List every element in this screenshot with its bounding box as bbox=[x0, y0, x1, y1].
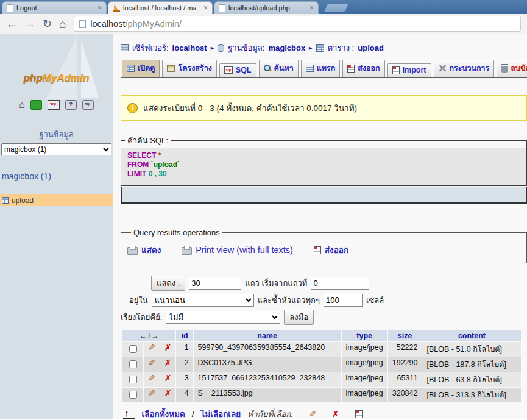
start-row-input[interactable] bbox=[311, 277, 369, 290]
browser-tab-logout[interactable]: Logout × bbox=[2, 1, 107, 14]
help-icon[interactable]: ? bbox=[65, 100, 77, 110]
pma-main: เซิร์ฟเวอร์: localhost ▸ ฐานข้อมูล: magi… bbox=[113, 34, 527, 419]
cells-label: เซลล์ bbox=[366, 294, 384, 307]
tab-insert[interactable]: แทรก bbox=[301, 60, 341, 77]
tab-close-icon[interactable]: × bbox=[309, 4, 314, 12]
repeat-headers-label: และซ้ำหัวแถวทุกๆ bbox=[258, 294, 320, 307]
tab-import[interactable]: Import bbox=[387, 63, 431, 77]
row-checkbox[interactable] bbox=[129, 391, 137, 399]
go-button[interactable]: ลงมือ bbox=[284, 310, 314, 325]
tab-close-icon[interactable]: × bbox=[203, 4, 208, 12]
sidebar-database-link[interactable]: magicbox (1) bbox=[2, 171, 113, 181]
forward-icon[interactable]: → bbox=[24, 18, 35, 29]
browser-tab-title: localhost / localhost / ma bbox=[123, 4, 200, 12]
sql-line: FROM `upload` bbox=[127, 160, 520, 169]
trash-icon bbox=[501, 66, 508, 73]
sidebar-table-upload[interactable]: upload bbox=[0, 194, 113, 206]
sql-line: SELECT * bbox=[127, 151, 520, 160]
export-link[interactable]: ส่งออก bbox=[314, 243, 348, 257]
home-icon[interactable]: ⌂ bbox=[59, 18, 66, 30]
delete-x-icon[interactable]: ✗ bbox=[164, 388, 172, 398]
cell-content: [BLOB - 187.8 กิโลไบต์] bbox=[422, 357, 521, 372]
breadcrumb-table-label: ตาราง : bbox=[328, 41, 355, 54]
cell-size: 65311 bbox=[388, 372, 422, 387]
select-all-link[interactable]: เลือกทั้งหมด bbox=[142, 407, 185, 419]
delete-x-icon[interactable]: ✗ bbox=[164, 373, 172, 383]
breadcrumb-db-value[interactable]: magicbox bbox=[268, 43, 305, 52]
display-chart-link[interactable]: แสดง bbox=[127, 243, 161, 257]
server-icon bbox=[121, 44, 129, 51]
deselect-all-link[interactable]: ไม่เลือกเลย bbox=[201, 407, 241, 419]
delete-x-icon[interactable]: ✗ bbox=[164, 343, 172, 352]
repeat-cells-input[interactable] bbox=[324, 294, 363, 307]
display-mode-select[interactable]: แนวนอน bbox=[152, 294, 254, 307]
result-notice: i แสดงระเบียนที่ 0 - 3 (4 ทั้งหมด, คำค้น… bbox=[121, 95, 527, 121]
query-history-icon[interactable]: SQL bbox=[82, 100, 94, 110]
mode-label: อยู่ใน bbox=[129, 294, 148, 307]
sidebar-table-label: upload bbox=[12, 196, 34, 205]
refresh-icon[interactable]: ↻ bbox=[43, 18, 52, 29]
table-row: ✎ ✗ 2 DSC01375.JPG image/jpeg 192290 [BL… bbox=[122, 357, 521, 372]
phpmyadmin-logo: phpMyAdmin bbox=[0, 72, 113, 84]
cell-name: 599790_439706359385554_2643820 bbox=[194, 342, 341, 357]
tab-search[interactable]: ค้นหา bbox=[259, 60, 299, 77]
sort-key-select[interactable]: ไม่มี bbox=[166, 311, 280, 324]
row-checkbox[interactable] bbox=[129, 376, 137, 383]
table-icon bbox=[316, 44, 324, 52]
url-text: localhost/phpMyAdmin/ bbox=[90, 19, 182, 29]
delete-x-icon[interactable]: ✗ bbox=[164, 358, 172, 368]
column-header-id[interactable]: id bbox=[176, 330, 193, 341]
column-header-name[interactable]: name bbox=[194, 330, 341, 341]
cell-type: image/jpeg bbox=[342, 372, 387, 387]
cell-size: 52222 bbox=[388, 342, 422, 357]
tab-sql[interactable]: sql SQL bbox=[219, 63, 256, 77]
edit-pencil-icon[interactable]: ✎ bbox=[148, 389, 155, 397]
tab-browse[interactable]: เปิดดู bbox=[122, 60, 160, 77]
edit-pencil-icon[interactable]: ✎ bbox=[148, 374, 155, 382]
sidebar-icon-row: ⌂ → SQL ? SQL bbox=[0, 100, 113, 110]
address-bar[interactable]: localhost/phpMyAdmin/ bbox=[74, 16, 521, 32]
printer-icon bbox=[182, 247, 192, 255]
phpmyadmin-favicon bbox=[113, 4, 120, 12]
cell-content: [BLOB - 51.0 กิโลไบต์] bbox=[422, 342, 521, 357]
home-icon[interactable]: ⌂ bbox=[19, 100, 25, 110]
page-icon bbox=[7, 4, 13, 12]
delete-x-icon[interactable]: ✗ bbox=[332, 410, 339, 418]
sql-window-icon[interactable]: SQL bbox=[48, 100, 60, 110]
show-button[interactable]: แสดง : bbox=[151, 276, 185, 291]
column-header-content[interactable]: content bbox=[422, 330, 521, 341]
column-header-size[interactable]: size bbox=[388, 330, 422, 341]
num-rows-input[interactable] bbox=[189, 277, 241, 290]
tab-operations[interactable]: กระบวนการ bbox=[434, 60, 495, 77]
sort-key-label: เรียงโดยคีย์: bbox=[121, 311, 162, 324]
logout-icon[interactable]: → bbox=[30, 100, 42, 110]
cell-content: [BLOB - 63.8 กิโลไบต์] bbox=[422, 372, 521, 387]
query-ops-legend: Query results operations bbox=[131, 228, 222, 237]
browser-tab-upload-php[interactable]: localhost/upload.php × bbox=[214, 1, 319, 14]
row-checkbox[interactable] bbox=[129, 345, 137, 353]
database-select[interactable]: magicbox (1) bbox=[1, 143, 111, 155]
url-host: localhost bbox=[90, 19, 125, 29]
breadcrumb-separator: ▸ bbox=[211, 44, 214, 52]
tab-structure[interactable]: โครงสร้าง bbox=[162, 60, 216, 77]
tab-export[interactable]: ส่งออก bbox=[342, 60, 384, 77]
export-icon[interactable] bbox=[355, 410, 363, 418]
edit-pencil-icon[interactable]: ✎ bbox=[148, 343, 155, 352]
browser-tab-phpmyadmin[interactable]: localhost / localhost / ma × bbox=[108, 1, 213, 14]
tab-empty[interactable]: ลบข้อมูล bbox=[497, 60, 527, 77]
new-tab-button[interactable] bbox=[324, 4, 348, 12]
edit-pencil-icon[interactable]: ✎ bbox=[148, 358, 155, 367]
print-view-link[interactable]: Print view (with full texts) bbox=[182, 245, 293, 255]
edit-pencil-icon[interactable]: ✎ bbox=[309, 410, 316, 418]
tab-close-icon[interactable]: × bbox=[97, 4, 102, 12]
row-checkbox[interactable] bbox=[129, 360, 137, 368]
table-row: ✎ ✗ 3 1517537_666123253410529_232848 ima… bbox=[122, 372, 521, 387]
column-header-type[interactable]: type bbox=[342, 330, 387, 341]
breadcrumb-server-label: เซิร์ฟเวอร์: bbox=[132, 41, 169, 54]
back-icon[interactable]: ← bbox=[6, 18, 17, 29]
breadcrumb-table-value[interactable]: upload bbox=[358, 43, 384, 52]
sql-line: LIMIT 0 , 30 bbox=[127, 169, 520, 179]
table-header-row: ←T→ id name type size content bbox=[122, 330, 521, 341]
breadcrumb-server-value[interactable]: localhost bbox=[172, 43, 207, 52]
column-order-header[interactable]: ←T→ bbox=[122, 330, 175, 341]
